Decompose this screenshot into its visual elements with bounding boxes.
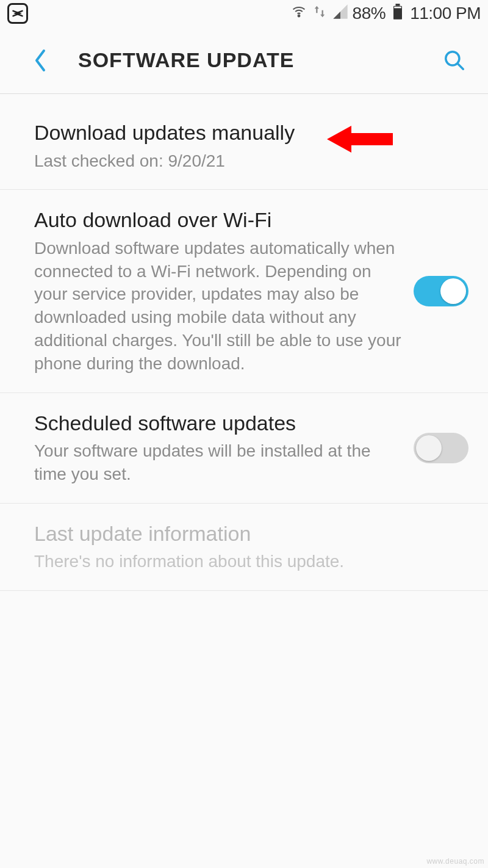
svg-rect-2 <box>396 4 400 5</box>
search-button[interactable] <box>439 45 470 76</box>
svg-line-5 <box>458 63 464 69</box>
auto-download-wifi[interactable]: Auto download over Wi-Fi Download softwa… <box>0 190 488 392</box>
row-subtitle: There's no information about this update… <box>34 550 456 573</box>
row-title: Last update information <box>34 521 456 547</box>
scheduled-software-updates[interactable]: Scheduled software updates Your software… <box>0 393 488 504</box>
row-title: Download updates manually <box>34 120 456 146</box>
status-left <box>7 3 28 24</box>
watermark: www.deuaq.com <box>426 857 484 866</box>
app-bar: SOFTWARE UPDATE <box>0 27 488 94</box>
data-arrows-icon <box>311 3 328 24</box>
page-title: SOFTWARE UPDATE <box>78 48 439 72</box>
row-subtitle: Last checked on: 9/20/21 <box>34 150 456 173</box>
clock: 11:00 PM <box>410 4 481 23</box>
row-title: Scheduled software updates <box>34 410 401 436</box>
svg-rect-3 <box>394 6 401 8</box>
settings-list: Download updates manually Last checked o… <box>0 94 488 591</box>
svg-point-0 <box>298 15 300 16</box>
search-icon <box>443 49 466 72</box>
back-button[interactable] <box>27 47 54 74</box>
auto-download-toggle[interactable] <box>414 276 468 306</box>
row-subtitle: Download software updates automatically … <box>34 237 401 375</box>
status-right: 88% 11:00 PM <box>290 3 481 24</box>
toggle-knob <box>416 435 442 461</box>
signal-icon <box>332 3 349 24</box>
row-title: Auto download over Wi-Fi <box>34 207 401 233</box>
battery-icon <box>389 3 406 24</box>
row-subtitle: Your software updates will be installed … <box>34 439 401 486</box>
wifi-icon <box>290 3 307 24</box>
last-update-information: Last update information There's no infor… <box>0 504 488 591</box>
capcut-icon <box>7 3 28 24</box>
android-status-bar: 88% 11:00 PM <box>0 0 488 27</box>
scheduled-updates-toggle[interactable] <box>414 433 468 463</box>
battery-percentage: 88% <box>353 4 386 23</box>
download-updates-manually[interactable]: Download updates manually Last checked o… <box>0 94 488 190</box>
toggle-knob <box>440 278 466 304</box>
chevron-left-icon <box>32 48 48 73</box>
